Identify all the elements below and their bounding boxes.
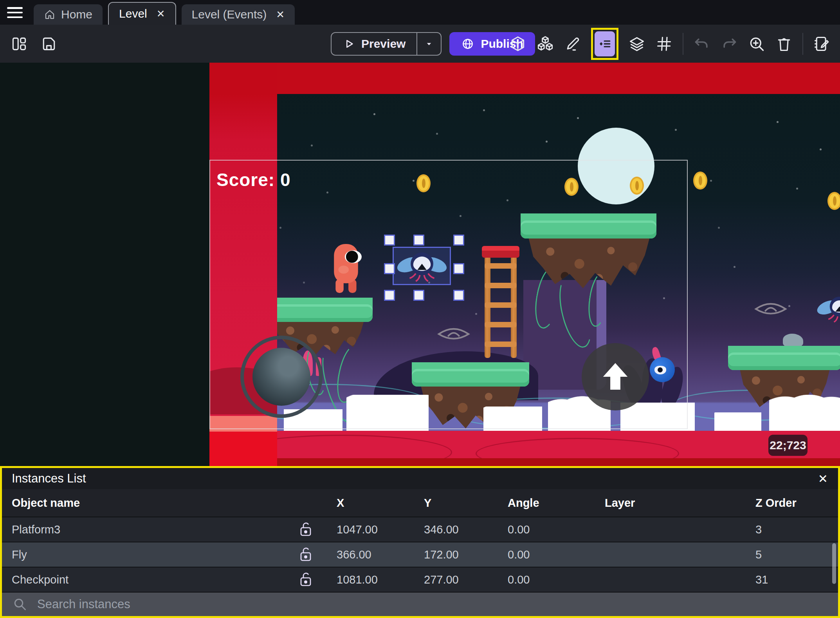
layout-panels-icon[interactable]: [10, 35, 28, 53]
home-icon: [44, 9, 56, 20]
joystick-knob[interactable]: [252, 348, 310, 406]
instance-z-order[interactable]: 3: [755, 517, 762, 542]
table-row[interactable]: Platform3 1047.00 346.00 0.00 3: [2, 517, 838, 542]
toolbar-right: [509, 25, 831, 63]
app-window: Home Level ✕ Level (Events) ✕ Preview: [0, 0, 840, 618]
preview-button[interactable]: Preview: [331, 32, 442, 56]
panel-title: Instances List: [12, 472, 86, 486]
instance-name: Platform3: [12, 517, 60, 542]
instances-panel-header: Instances List ✕: [2, 468, 838, 489]
tab-bar: Home Level ✕ Level (Events) ✕: [0, 0, 840, 25]
toolbar-divider: [683, 33, 683, 55]
instance-x[interactable]: 1047.00: [337, 517, 378, 542]
instances-list-icon[interactable]: [595, 31, 615, 56]
score-text: Score: 0: [216, 169, 291, 190]
globe-icon: [461, 37, 474, 51]
instance-angle[interactable]: 0.00: [508, 542, 530, 567]
scene-editor: Score: 0: [0, 63, 840, 466]
coin[interactable]: [693, 172, 707, 190]
instance-angle[interactable]: 0.00: [508, 517, 530, 542]
coordinates-badge: 22;723: [768, 435, 808, 456]
cloud: [714, 412, 761, 432]
selection-handle[interactable]: [453, 290, 464, 301]
up-arrow-icon: [597, 359, 633, 395]
tab-home[interactable]: Home: [34, 4, 103, 25]
instance-x[interactable]: 366.00: [337, 542, 371, 567]
instances-panel: Instances List ✕ Object name X Y Angle L…: [0, 466, 840, 618]
close-icon[interactable]: ✕: [818, 472, 828, 486]
close-icon[interactable]: ✕: [157, 9, 165, 19]
column-angle: Angle: [508, 489, 539, 517]
instance-z-order[interactable]: 31: [755, 567, 768, 592]
rock: [783, 334, 803, 347]
instance-angle[interactable]: 0.00: [508, 567, 530, 592]
tab-label: Level: [119, 7, 147, 20]
cloud: [769, 395, 840, 432]
selection-handle[interactable]: [453, 263, 464, 274]
table-row[interactable]: Checkpoint 1081.00 277.00 0.00 31: [2, 567, 838, 592]
instance-name: Fly: [12, 542, 27, 567]
undo-icon[interactable]: [693, 35, 711, 53]
selection-handle[interactable]: [413, 235, 424, 246]
scene-properties-icon[interactable]: [813, 35, 831, 53]
save-icon[interactable]: [40, 35, 58, 53]
column-y: Y: [424, 489, 431, 517]
grid-icon[interactable]: [655, 35, 673, 53]
tab-level-events[interactable]: Level (Events) ✕: [182, 4, 295, 25]
unlock-icon[interactable]: [299, 521, 313, 538]
instance-y[interactable]: 172.00: [424, 542, 459, 567]
instance-name: Checkpoint: [12, 567, 68, 592]
instance-y[interactable]: 346.00: [424, 517, 459, 542]
jump-button[interactable]: [582, 343, 649, 410]
close-icon[interactable]: ✕: [276, 9, 285, 20]
layers-icon[interactable]: [628, 35, 646, 53]
unlock-icon[interactable]: [299, 571, 313, 588]
play-icon: [342, 38, 355, 50]
eye-decoration: [753, 297, 788, 321]
instance-x[interactable]: 1081.00: [337, 567, 378, 592]
selection-handle[interactable]: [384, 290, 395, 301]
search-icon: [13, 597, 27, 611]
scene-canvas[interactable]: Score: 0: [209, 63, 840, 466]
column-z-order: Z Order: [755, 489, 797, 517]
coin[interactable]: [827, 192, 840, 210]
menu-icon[interactable]: [7, 7, 24, 18]
table-header: Object name X Y Angle Layer Z Order: [2, 489, 838, 517]
scrollbar[interactable]: [832, 543, 836, 584]
fly-enemy-selected[interactable]: [396, 248, 448, 284]
instances-list-icon-highlight: [591, 28, 618, 60]
unlock-icon[interactable]: [299, 546, 313, 563]
toolbar-divider: [802, 33, 803, 55]
tab-level[interactable]: Level ✕: [108, 2, 176, 25]
preview-label: Preview: [361, 37, 406, 51]
dark-red-band: [209, 458, 840, 466]
objects-stack-icon[interactable]: [536, 35, 554, 53]
tab-label: Level (Events): [192, 8, 267, 21]
selection-handle[interactable]: [413, 290, 424, 301]
redo-icon[interactable]: [720, 35, 738, 53]
selection-handle[interactable]: [384, 263, 395, 274]
toolbar-left: [10, 25, 58, 63]
table-row[interactable]: Fly 366.00 172.00 0.00 5: [2, 542, 838, 567]
fly-enemy[interactable]: [816, 292, 840, 327]
editor-background: [0, 63, 209, 466]
zoom-in-icon[interactable]: [748, 35, 766, 53]
search-input[interactable]: [37, 597, 838, 611]
red-bottom-band: [209, 431, 840, 458]
instance-y[interactable]: 277.00: [424, 567, 459, 592]
column-object-name: Object name: [12, 489, 80, 517]
toolbar: Preview Publish: [0, 25, 840, 63]
toolbar-center: Preview Publish: [331, 25, 535, 63]
preview-dropdown-button[interactable]: [417, 33, 441, 55]
tab-label: Home: [61, 8, 92, 21]
trash-icon[interactable]: [775, 35, 793, 53]
selection-handle[interactable]: [384, 235, 395, 246]
instance-z-order[interactable]: 5: [755, 542, 762, 567]
cube-icon[interactable]: [509, 35, 527, 53]
chevron-down-icon: [424, 38, 434, 49]
red-top-band: [209, 63, 840, 94]
platform[interactable]: [728, 352, 840, 370]
selection-handle[interactable]: [453, 235, 464, 246]
edit-pencil-icon[interactable]: [564, 35, 582, 53]
column-x: X: [337, 489, 344, 517]
